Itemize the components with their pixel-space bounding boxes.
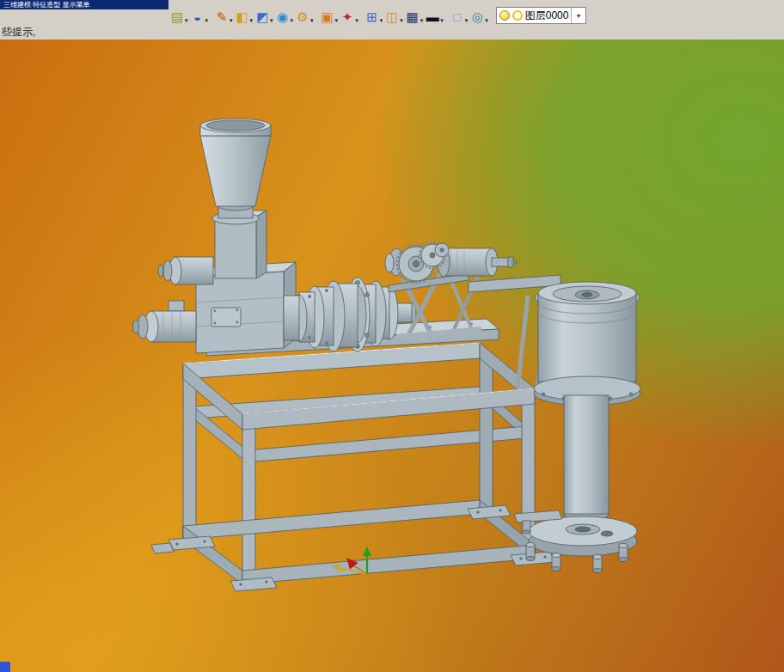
hopper[interactable] bbox=[200, 119, 271, 278]
main-toolbar: ▤▾ ◒▾ ✎▾ ◧▾ ◩▾ ◉▾ ⚙▾ ▣▾ ✦▾ ⊞▾ ◫▾ ▦▾ ▬▾ □… bbox=[168, 5, 586, 26]
wheel-button[interactable]: ⚙▾ bbox=[294, 5, 315, 26]
sheet-button[interactable]: ▤▾ bbox=[168, 5, 189, 26]
box-feature-button[interactable]: ◧▾ bbox=[234, 5, 254, 26]
frame-button[interactable]: □▾ bbox=[449, 5, 469, 26]
chevron-down-icon: ▾ bbox=[465, 16, 469, 25]
pencil-icon: ✎ bbox=[214, 9, 230, 25]
chevron-down-icon: ▾ bbox=[355, 16, 358, 25]
pencil-button[interactable]: ✎▾ bbox=[213, 5, 234, 26]
titlebar-fragment: 三维建模 特征造型 显示菜单 bbox=[0, 0, 168, 9]
3d-model-machine[interactable] bbox=[0, 40, 784, 672]
top-chrome: 三维建模 特征造型 显示菜单 些提示, ▤▾ ◒▾ ✎▾ ◧▾ ◩▾ ◉▾ ⚙▾… bbox=[0, 0, 784, 40]
monitor-button[interactable]: ▦▾ bbox=[404, 5, 425, 26]
image-icon: ▣ bbox=[320, 9, 335, 25]
chevron-down-icon: ▾ bbox=[380, 16, 383, 25]
sphere-icon: ◉ bbox=[275, 9, 291, 25]
shaded-view-button[interactable]: ◎▾ bbox=[469, 5, 489, 26]
fill-color-icon: ◒ bbox=[190, 9, 205, 25]
cube-icon: ◩ bbox=[254, 9, 270, 25]
layer-color-icon bbox=[512, 10, 523, 21]
cube-button[interactable]: ◩▾ bbox=[254, 5, 274, 26]
compass-icon: ✦ bbox=[340, 9, 355, 25]
box-feature-icon: ◧ bbox=[235, 9, 250, 25]
chevron-down-icon: ▾ bbox=[310, 16, 314, 25]
wheel-icon: ⚙ bbox=[295, 9, 310, 25]
machine-frame[interactable] bbox=[151, 343, 555, 591]
line-width-button[interactable]: ▬▾ bbox=[424, 5, 444, 26]
frame-icon: □ bbox=[450, 9, 465, 25]
chevron-down-icon: ▾ bbox=[250, 16, 254, 25]
monitor-icon: ▦ bbox=[405, 9, 420, 25]
chevron-down-icon: ▾ bbox=[185, 16, 188, 25]
compass-button[interactable]: ✦▾ bbox=[339, 5, 359, 26]
hint-text: 些提示, bbox=[2, 25, 35, 40]
chevron-down-icon: ▾ bbox=[291, 16, 294, 25]
layer-name: 图层0000 bbox=[525, 9, 572, 23]
chevron-down-icon: ▾ bbox=[230, 16, 233, 25]
spool-assembly[interactable] bbox=[469, 275, 640, 573]
chevron-down-icon: ▾ bbox=[335, 16, 339, 25]
chevron-down-icon: ▾ bbox=[420, 16, 424, 25]
chevron-down-icon: ▾ bbox=[270, 16, 273, 25]
window-icon: ◫ bbox=[384, 9, 400, 25]
layer-selector[interactable]: 图层0000 ▾ bbox=[496, 7, 587, 24]
taskbar-corner-fragment bbox=[0, 662, 10, 672]
chevron-down-icon: ▾ bbox=[205, 16, 209, 25]
sheet-icon: ▤ bbox=[169, 9, 185, 25]
sphere-button[interactable]: ◉▾ bbox=[274, 5, 295, 26]
image-button[interactable]: ▣▾ bbox=[319, 5, 340, 26]
line-width-icon: ▬ bbox=[425, 9, 440, 25]
window-button[interactable]: ◫▾ bbox=[383, 5, 404, 26]
chevron-down-icon: ▾ bbox=[485, 16, 488, 25]
3d-viewport[interactable] bbox=[0, 40, 784, 672]
bulb-icon bbox=[499, 10, 510, 21]
fill-color-button[interactable]: ◒▾ bbox=[189, 5, 210, 26]
grid-button[interactable]: ⊞▾ bbox=[364, 5, 384, 26]
grid-icon: ⊞ bbox=[364, 9, 380, 25]
chevron-down-icon[interactable]: ▾ bbox=[571, 8, 585, 23]
chevron-down-icon: ▾ bbox=[400, 16, 403, 25]
shaded-view-icon: ◎ bbox=[469, 9, 485, 25]
chevron-down-icon: ▾ bbox=[440, 16, 444, 25]
